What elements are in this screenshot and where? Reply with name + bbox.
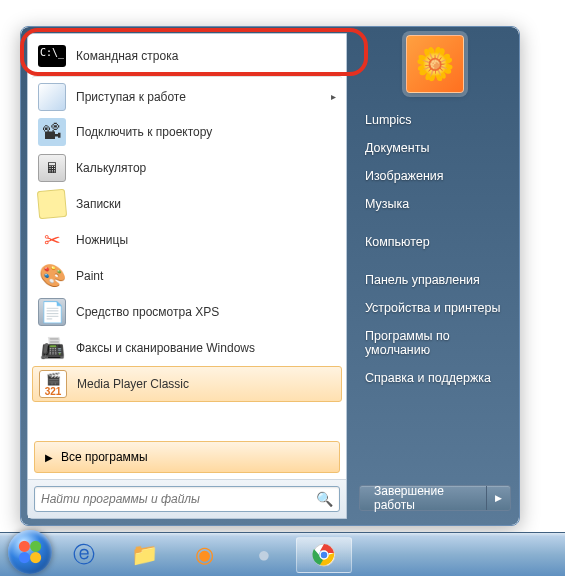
program-item-proj[interactable]: 📽Подключить к проектору (32, 114, 342, 150)
start-button[interactable] (8, 530, 52, 574)
all-programs-button[interactable]: ▶ Все программы (34, 441, 340, 473)
search-icon: 🔍 (316, 491, 333, 507)
shutdown-options-arrow-icon[interactable]: ▶ (486, 486, 510, 510)
shutdown-button[interactable]: Завершение работы ▶ (359, 485, 511, 511)
program-item-xps[interactable]: 📄Средство просмотра XPS (32, 294, 342, 330)
shutdown-label: Завершение работы (360, 484, 486, 512)
program-item-cmd[interactable]: C:\_Командная строка (32, 38, 342, 74)
program-label: Paint (76, 269, 103, 283)
program-item-mpc[interactable]: 321Media Player Classic (32, 366, 342, 402)
taskbar-ie-icon[interactable]: ⓔ (56, 537, 112, 573)
all-programs-label: Все программы (61, 450, 148, 464)
program-label: Факсы и сканирование Windows (76, 341, 255, 355)
paint-icon: 🎨 (38, 262, 66, 290)
program-label: Командная строка (76, 49, 178, 63)
program-label: Приступая к работе (76, 90, 186, 104)
right-link[interactable]: Lumpics (355, 107, 515, 133)
taskbar-wmp-icon[interactable]: ◉ (176, 537, 232, 573)
taskbar-explorer-icon[interactable]: 📁 (116, 537, 172, 573)
program-label: Media Player Classic (77, 377, 189, 391)
start-menu: C:\_Командная строкаПриступая к работе📽П… (20, 26, 520, 526)
fax-icon: 📠 (38, 334, 66, 362)
svg-point-2 (320, 551, 328, 559)
program-item-notes[interactable]: Записки (32, 186, 342, 222)
right-link[interactable]: Справка и поддержка (355, 365, 515, 391)
program-label: Средство просмотра XPS (76, 305, 219, 319)
all-programs-arrow-icon: ▶ (45, 452, 53, 463)
right-link[interactable]: Изображения (355, 163, 515, 189)
taskbar-chrome-icon[interactable] (296, 537, 352, 573)
user-avatar[interactable]: 🌼 (406, 35, 464, 93)
taskbar-app-icon[interactable]: ● (236, 537, 292, 573)
xps-icon: 📄 (38, 298, 66, 326)
mpc-icon: 321 (39, 370, 67, 398)
start-menu-left-panel: C:\_Командная строкаПриступая к работе📽П… (27, 33, 347, 519)
program-list: C:\_Командная строкаПриступая к работе📽П… (28, 34, 346, 439)
shutdown-row: Завершение работы ▶ (355, 479, 515, 517)
program-item-paint[interactable]: 🎨Paint (32, 258, 342, 294)
search-row: 🔍 (28, 479, 346, 518)
program-item-snip[interactable]: ✂Ножницы (32, 222, 342, 258)
right-link[interactable]: Устройства и принтеры (355, 295, 515, 321)
taskbar: ⓔ 📁 ◉ ● (0, 532, 565, 576)
right-links: LumpicsДокументыИзображенияМузыкаКомпьют… (355, 107, 515, 391)
right-link[interactable]: Документы (355, 135, 515, 161)
program-item-start[interactable]: Приступая к работе (32, 76, 342, 114)
program-label: Калькулятор (76, 161, 146, 175)
right-link[interactable]: Панель управления (355, 267, 515, 293)
program-label: Записки (76, 197, 121, 211)
snip-icon: ✂ (38, 226, 66, 254)
right-link[interactable]: Музыка (355, 191, 515, 217)
notes-icon (37, 189, 67, 219)
program-label: Подключить к проектору (76, 125, 212, 139)
right-link[interactable]: Программы по умолчанию (355, 323, 515, 363)
search-input[interactable] (41, 492, 316, 506)
start-icon (38, 83, 66, 111)
cmd-icon: C:\_ (38, 45, 66, 67)
calc-icon: 🖩 (38, 154, 66, 182)
program-item-fax[interactable]: 📠Факсы и сканирование Windows (32, 330, 342, 366)
proj-icon: 📽 (38, 118, 66, 146)
program-item-calc[interactable]: 🖩Калькулятор (32, 150, 342, 186)
start-menu-right-panel: 🌼 LumpicsДокументыИзображенияМузыкаКомпь… (347, 27, 519, 525)
right-link[interactable]: Компьютер (355, 229, 515, 255)
search-box[interactable]: 🔍 (34, 486, 340, 512)
program-label: Ножницы (76, 233, 128, 247)
